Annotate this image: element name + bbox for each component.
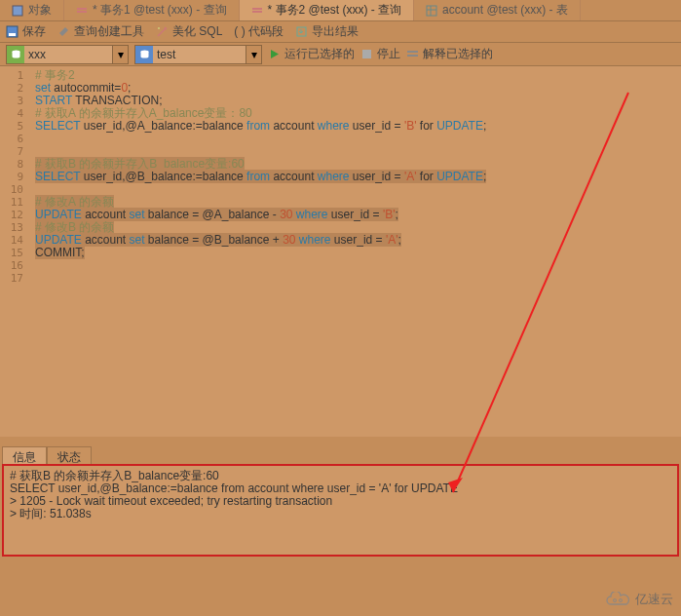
svg-rect-16	[407, 55, 418, 57]
line-num: 3	[0, 95, 29, 107]
export-icon	[295, 25, 308, 38]
svg-point-19	[614, 599, 617, 602]
toolbar: 保存 查询创建工具 美化 SQL ( ) 代码段 导出结果	[0, 21, 681, 43]
line-num: 9	[0, 171, 29, 183]
comment: # 事务2	[35, 68, 75, 82]
tab-table-account[interactable]: account @test (xxx) - 表	[414, 0, 581, 20]
svg-point-20	[620, 599, 623, 602]
svg-rect-3	[252, 8, 262, 10]
codegen-label: ( ) 代码段	[234, 23, 284, 40]
line-num: 17	[0, 272, 29, 285]
query-icon	[76, 5, 88, 17]
explain-selected-button[interactable]: 解释已选择的	[406, 46, 493, 62]
tab-label: 对象	[28, 2, 52, 19]
stop-label: 停止	[377, 46, 400, 62]
connection-bar: ▾ ▾ 运行已选择的 停止 解释已选择的	[0, 43, 681, 66]
watermark-text: 亿速云	[635, 591, 673, 608]
query-icon	[251, 5, 263, 17]
code-snippet-button[interactable]: ( ) 代码段	[234, 23, 284, 40]
svg-rect-14	[362, 50, 371, 58]
line-num: 6	[0, 133, 29, 145]
line-num: 15	[0, 247, 29, 259]
stop-button[interactable]: 停止	[360, 46, 400, 62]
object-icon	[12, 5, 23, 17]
save-button[interactable]: 保存	[6, 23, 46, 40]
explain-label: 解释已选择的	[423, 46, 493, 62]
schema-icon	[135, 46, 153, 63]
svg-point-10	[158, 27, 160, 29]
table-icon	[426, 5, 437, 17]
hammer-icon	[57, 25, 70, 38]
stop-icon	[360, 48, 373, 60]
svg-rect-15	[407, 51, 418, 53]
line-num: 1	[0, 69, 29, 82]
save-label: 保存	[22, 23, 46, 40]
svg-rect-5	[427, 6, 436, 16]
svg-rect-4	[252, 11, 262, 13]
db-selector[interactable]: ▾	[6, 45, 129, 64]
tab-info[interactable]: 信息	[2, 446, 47, 464]
tab-status[interactable]: 状态	[47, 446, 92, 464]
line-gutter: 1 2 3 4 5 6 7 8 9 10 11 12 13 14 15 16 1…	[0, 66, 29, 437]
comment: # 获取A 的余额并存入A_balance变量：80	[35, 106, 252, 120]
schema-selector[interactable]: ▾	[134, 45, 262, 64]
line-num: 10	[0, 183, 29, 196]
code-area[interactable]: # 事务2 set autocommit=0; START TRANSACTIO…	[29, 66, 681, 437]
line-num: 16	[0, 259, 29, 272]
tab-label: * 事务1 @test (xxx) - 查询	[93, 2, 227, 19]
query-builder-button[interactable]: 查询创建工具	[57, 23, 144, 40]
svg-rect-2	[77, 11, 87, 13]
save-icon	[6, 25, 19, 38]
sql-editor[interactable]: 1 2 3 4 5 6 7 8 9 10 11 12 13 14 15 16 1…	[0, 66, 681, 437]
explain-icon	[406, 48, 419, 60]
line-num: 14	[0, 234, 29, 247]
db-icon	[7, 46, 24, 63]
run-label: 运行已选择的	[284, 46, 355, 62]
comment: # 修改A 的余额	[35, 195, 114, 209]
tab-query-2[interactable]: * 事务2 @test (xxx) - 查询	[240, 0, 415, 20]
output-tabs: 信息 状态	[2, 446, 681, 464]
line-num: 7	[0, 145, 29, 158]
run-selected-button[interactable]: 运行已选择的	[268, 46, 355, 62]
chevron-down-icon[interactable]: ▾	[246, 46, 261, 63]
line-num: 2	[0, 82, 29, 95]
line-num: 5	[0, 120, 29, 133]
tab-query-1[interactable]: * 事务1 @test (xxx) - 查询	[64, 0, 240, 20]
comment: # 修改B 的余额	[35, 220, 114, 234]
tab-label: account @test (xxx) - 表	[442, 2, 568, 19]
qbuilder-label: 查询创建工具	[74, 23, 144, 40]
file-tabs: 对象 * 事务1 @test (xxx) - 查询 * 事务2 @test (x…	[0, 0, 681, 21]
svg-rect-0	[13, 6, 22, 16]
output-panel: # 获取B 的余额并存入B_balance变量:60 SELECT user_i…	[2, 464, 679, 557]
line-num: 12	[0, 209, 29, 221]
line-num: 11	[0, 196, 29, 209]
play-icon	[268, 48, 281, 60]
cloud-icon	[604, 592, 631, 607]
output-line: > 1205 - Lock wait timeout exceeded; try…	[10, 495, 671, 508]
watermark: 亿速云	[604, 591, 673, 608]
export-label: 导出结果	[312, 23, 359, 40]
schema-input[interactable]	[153, 46, 246, 63]
line-num: 13	[0, 221, 29, 234]
comment: # 获取B 的余额并存入B_balance变量:60	[35, 157, 245, 171]
beautify-label: 美化 SQL	[172, 23, 222, 40]
svg-rect-1	[77, 8, 87, 10]
beautify-sql-button[interactable]: 美化 SQL	[156, 23, 222, 40]
line-num: 8	[0, 158, 29, 171]
tab-object[interactable]: 对象	[0, 0, 64, 20]
db-input[interactable]	[24, 46, 112, 63]
wand-icon	[156, 25, 169, 38]
chevron-down-icon[interactable]: ▾	[112, 46, 128, 63]
svg-rect-9	[9, 33, 16, 36]
export-results-button[interactable]: 导出结果	[295, 23, 359, 40]
line-num: 4	[0, 107, 29, 120]
output-line: > 时间: 51.038s	[10, 508, 671, 520]
tab-label: * 事务2 @test (xxx) - 查询	[268, 2, 402, 19]
